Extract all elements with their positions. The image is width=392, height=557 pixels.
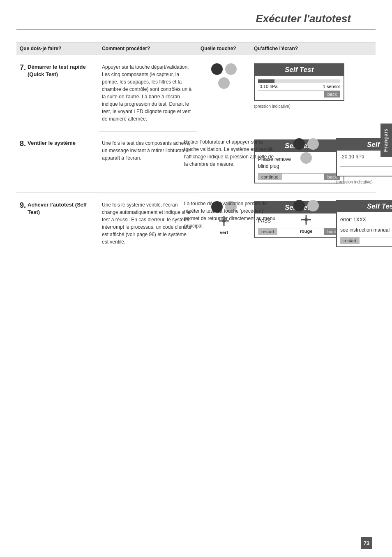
- empty-8b-1: [99, 137, 181, 140]
- step-9b-screen-cell: Self Test error: 1XXX see instruction ma…: [333, 198, 392, 252]
- sub-row-8a: 8. Ventiler le système Une fois le test …: [16, 131, 99, 192]
- keys-row-9b-mid: [300, 214, 312, 225]
- table-row-8: 8. Ventiler le système Une fois le test …: [16, 131, 376, 193]
- screen-7-sensor: 1:sensor: [323, 84, 340, 89]
- screen-7-footer: back: [258, 91, 340, 97]
- step-9-title-cell: 9. Achever l'autotest (Self Test): [16, 200, 99, 218]
- screen-9b-error-line2: see instruction manual: [340, 225, 392, 235]
- screen-7-progress-bar: [258, 79, 274, 83]
- step-8b-description: Retirer l'obturateur et appuyer sur la t…: [181, 137, 279, 169]
- step-7-keys: [197, 62, 251, 91]
- keys-row-9b-top: [293, 200, 319, 211]
- screen-8a-footer: continue back: [258, 173, 340, 180]
- keys-row-8b-top: [293, 138, 319, 150]
- empty-9b-1: [99, 198, 181, 202]
- screen-9b-body: error: 1XXX see instruction manual resta…: [337, 212, 392, 246]
- screen-7-title: Self Test: [255, 64, 344, 76]
- key-9a-cross-vert: [218, 215, 230, 227]
- sub-row-8b: Retirer l'obturateur et appuyer sur la t…: [99, 131, 197, 193]
- key-9b-rouge-label: rouge: [300, 229, 313, 234]
- key-light-1: [225, 63, 237, 75]
- page-title: Exécuter l'autotest: [16, 0, 376, 30]
- col-header-4: Qu'affiche l'écran?: [251, 45, 353, 52]
- sub-row-9a: 9. Achever l'autotest (Self Test) Une fo…: [16, 193, 99, 251]
- svg-point-2: [222, 219, 226, 223]
- key-8b-light-2: [300, 152, 312, 164]
- col-header-2: Comment procéder?: [99, 45, 197, 52]
- screen-9b-restart-btn: restart: [340, 237, 360, 244]
- table-row: 7. Démarrer le test rapide (Quick Test) …: [16, 55, 376, 131]
- key-8b-light-1: [307, 138, 319, 150]
- screen-9b-footer: restart back: [340, 237, 392, 244]
- step-9-title: Achever l'autotest (Self Test): [28, 201, 95, 216]
- step-7-title-cell: 7. Démarrer le test rapide (Quick Test): [16, 62, 99, 80]
- screen-7-back-btn: back: [324, 91, 340, 97]
- col-header-1: Que dois-je faire?: [16, 45, 99, 52]
- keys-row-top: [211, 63, 237, 75]
- sub-row-9b: La touche départ/validation permet de ré…: [99, 193, 197, 259]
- keys-row-9a-mid: [218, 215, 230, 227]
- step-8-number: 8.: [20, 139, 26, 148]
- key-9b-cross-rouge: [300, 214, 312, 225]
- side-tab: Français: [380, 123, 392, 157]
- table-row-9: 9. Achever l'autotest (Self Test) Une fo…: [16, 193, 376, 259]
- screen-7-status: -0.10 hPa 1:sensor: [258, 84, 340, 89]
- key-8b-dark-1: [293, 138, 305, 150]
- screen-7-progress: [258, 79, 340, 83]
- screen-8b-note: (pression indicative): [336, 180, 392, 184]
- step-7-screen-cell: Self Test -0.10 hPa 1:sensor back (press…: [251, 62, 353, 110]
- step-8-title: Ventiler le système: [28, 139, 76, 147]
- screen-9b-error-line1: error: 1XXX: [340, 215, 392, 225]
- screen-7-note: (pression indicative): [254, 104, 350, 109]
- step-9b-description: La touche départ/validation permet de ré…: [181, 198, 279, 231]
- step-9-number: 9.: [20, 201, 26, 210]
- page-number: 73: [361, 537, 372, 549]
- keys-row-bottom: [218, 77, 230, 89]
- screen-8a-continue-btn: continue: [258, 174, 282, 180]
- step-7-title: Démarrer le test rapide (Quick Test): [28, 63, 95, 78]
- key-dark-1: [211, 63, 223, 75]
- key-9b-light-1: [307, 200, 319, 211]
- screen-8b-footer: back: [340, 166, 392, 173]
- screen-9b-title: Self Test: [337, 201, 392, 212]
- step-7-description: Appuyer sur la touche départ/validation.…: [99, 62, 197, 124]
- step-7-number: 7.: [20, 63, 26, 72]
- key-9b-dark-1: [293, 200, 305, 211]
- step-9b-screen-error: Self Test error: 1XXX see instruction ma…: [336, 200, 392, 247]
- column-headers: Que dois-je faire? Comment procéder? Que…: [16, 42, 376, 55]
- step-7-screen: Self Test -0.10 hPa 1:sensor back: [254, 63, 344, 101]
- step-8b-keys: [279, 137, 333, 165]
- keys-row-8b-bottom: [300, 152, 312, 164]
- main-content: Que dois-je faire? Comment procéder? Que…: [16, 42, 376, 259]
- svg-point-5: [304, 218, 308, 221]
- screen-7-pressure: -0.10 hPa: [258, 84, 278, 89]
- screen-7-body: -0.10 hPa 1:sensor back: [255, 76, 344, 100]
- step-8-title-cell: 8. Ventiler le système: [16, 138, 99, 150]
- col-header-3: Quelle touche?: [197, 45, 251, 52]
- step-9b-keys: rouge: [279, 198, 333, 235]
- key-light-2: [218, 77, 230, 89]
